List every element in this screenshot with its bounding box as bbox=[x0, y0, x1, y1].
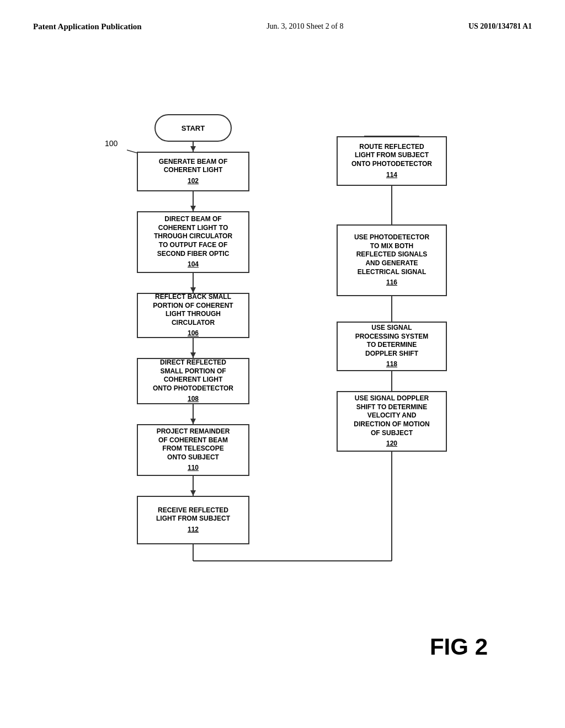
header: Patent Application Publication Jun. 3, 2… bbox=[33, 22, 532, 31]
flow-arrows bbox=[33, 65, 532, 671]
diagram: 100 START GENERATE BEAM OFCOHERENT LIGHT… bbox=[33, 65, 532, 671]
svg-marker-5 bbox=[190, 287, 196, 293]
svg-marker-7 bbox=[190, 352, 196, 358]
box-104: DIRECT BEAM OFCOHERENT LIGHT TOTHROUGH C… bbox=[137, 211, 249, 273]
box-106: REFLECT BACK SMALLPORTION OF COHERENTLIG… bbox=[137, 293, 249, 338]
svg-marker-11 bbox=[190, 490, 196, 496]
svg-marker-9 bbox=[190, 419, 196, 424]
svg-marker-3 bbox=[190, 206, 196, 211]
box-120: USE SIGNAL DOPPLERSHIFT TO DETERMINEVELO… bbox=[337, 391, 447, 452]
box-114: ROUTE REFLECTEDLIGHT FROM SUBJECTONTO PH… bbox=[337, 136, 447, 186]
box-108: DIRECT REFLECTEDSMALL PORTION OFCOHERENT… bbox=[137, 358, 249, 404]
header-left: Patent Application Publication bbox=[33, 22, 142, 31]
page: Patent Application Publication Jun. 3, 2… bbox=[0, 0, 565, 728]
svg-marker-1 bbox=[190, 146, 196, 152]
label-arrow bbox=[33, 65, 532, 671]
header-center: Jun. 3, 2010 Sheet 2 of 8 bbox=[266, 22, 343, 31]
box-102: GENERATE BEAM OFCOHERENT LIGHT 102 bbox=[137, 152, 249, 191]
diagram-label: 100 bbox=[105, 139, 118, 148]
box-110: PROJECT REMAINDEROF COHERENT BEAMFROM TE… bbox=[137, 424, 249, 476]
box-118: USE SIGNALPROCESSING SYSTEMTO DETERMINED… bbox=[337, 322, 447, 371]
box-116: USE PHOTODETECTORTO MIX BOTHREFLECTED SI… bbox=[337, 224, 447, 296]
start-oval: START bbox=[154, 114, 232, 142]
fig-label: FIG 2 bbox=[430, 634, 488, 660]
box-112: RECEIVE REFLECTEDLIGHT FROM SUBJECT 112 bbox=[137, 496, 249, 544]
header-right: US 2010/134781 A1 bbox=[468, 22, 532, 31]
